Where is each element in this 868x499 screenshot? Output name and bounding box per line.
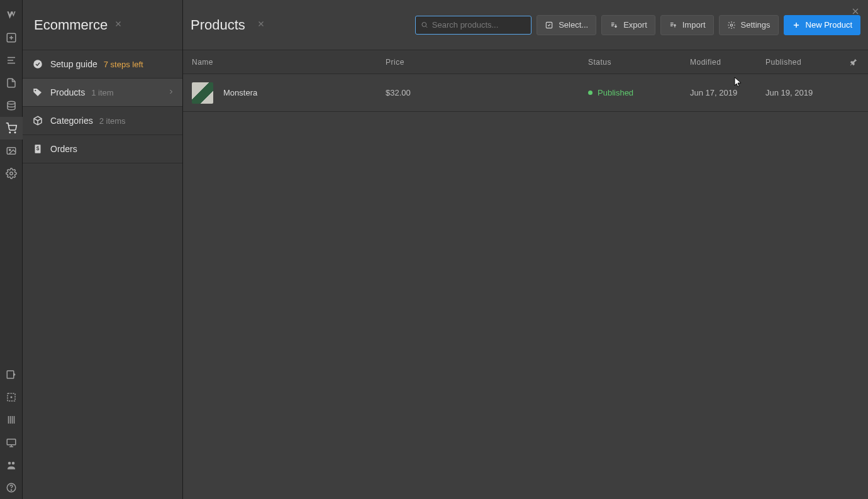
cms-icon[interactable] xyxy=(0,94,23,117)
import-icon xyxy=(669,21,677,30)
new-product-label: New Product xyxy=(806,20,852,30)
status-badge: Published xyxy=(588,88,690,97)
sidebar-item-products[interactable]: Products 1 item xyxy=(23,79,182,107)
column-modified[interactable]: Modified xyxy=(690,58,765,67)
cube-icon xyxy=(31,114,44,127)
check-circle-icon xyxy=(31,58,44,70)
sidebar-item-meta: 1 item xyxy=(91,88,113,97)
settings-button[interactable]: Settings xyxy=(719,15,779,35)
check-square-icon xyxy=(545,21,554,30)
column-published[interactable]: Published xyxy=(765,58,841,67)
svg-point-6 xyxy=(9,172,13,175)
video-icon[interactable] xyxy=(0,454,23,476)
close-main-icon[interactable] xyxy=(257,19,265,31)
gear-icon xyxy=(727,21,736,30)
sidebar-item-label: Categories xyxy=(50,116,93,126)
help-icon[interactable] xyxy=(0,476,23,499)
product-thumbnail xyxy=(192,82,213,104)
import-label: Import xyxy=(682,20,706,30)
main-panel: Products Select... Export Import Setting… xyxy=(183,0,868,499)
webflow-logo-icon[interactable] xyxy=(0,4,23,26)
chevron-right-icon xyxy=(167,88,175,97)
svg-point-21 xyxy=(730,24,733,26)
search-icon xyxy=(421,21,428,29)
svg-point-3 xyxy=(14,132,16,133)
svg-point-5 xyxy=(9,149,10,150)
main-title: Products xyxy=(191,17,245,33)
column-name[interactable]: Name xyxy=(183,58,386,67)
assets-icon[interactable] xyxy=(0,140,23,162)
svg-point-14 xyxy=(11,490,11,490)
grid-icon[interactable] xyxy=(0,409,23,431)
select-button[interactable]: Select... xyxy=(537,15,596,35)
xray-icon[interactable] xyxy=(0,386,23,409)
svg-point-15 xyxy=(33,60,42,69)
settings-icon[interactable] xyxy=(0,162,23,185)
new-product-button[interactable]: New Product xyxy=(784,15,860,35)
svg-point-12 xyxy=(11,462,14,465)
svg-point-11 xyxy=(8,462,11,465)
sidebar-item-orders[interactable]: $ Orders xyxy=(23,135,182,163)
pages-icon[interactable] xyxy=(0,72,23,94)
status-text: Published xyxy=(598,88,633,97)
product-price: $32.00 xyxy=(386,88,588,97)
settings-label: Settings xyxy=(741,20,771,30)
search-input[interactable] xyxy=(432,20,526,30)
column-status[interactable]: Status xyxy=(588,58,690,67)
navigator-icon[interactable] xyxy=(0,49,23,72)
product-row[interactable]: Monstera $32.00 Published Jun 17, 2019 J… xyxy=(183,74,868,112)
import-button[interactable]: Import xyxy=(660,15,714,35)
product-name: Monstera xyxy=(223,88,257,97)
product-modified: Jun 17, 2019 xyxy=(690,88,765,97)
table-header: Name Price Status Modified Published xyxy=(183,50,868,74)
svg-text:$: $ xyxy=(36,146,40,151)
svg-rect-10 xyxy=(7,439,16,445)
setup-guide-meta: 7 steps left xyxy=(104,60,143,69)
svg-rect-7 xyxy=(7,371,14,378)
export-icon xyxy=(609,21,618,30)
close-panel-button[interactable] xyxy=(850,6,860,18)
receipt-icon: $ xyxy=(31,143,44,155)
add-icon[interactable] xyxy=(0,26,23,49)
sidebar-title: Ecommerce xyxy=(34,17,108,33)
sidebar-item-label: Products xyxy=(50,87,85,97)
close-sidebar-icon[interactable] xyxy=(114,19,123,31)
breakpoints-icon[interactable] xyxy=(0,431,23,454)
ecommerce-sidebar: Ecommerce Setup guide 7 steps left Produ… xyxy=(23,0,183,499)
svg-point-16 xyxy=(35,90,36,91)
svg-point-19 xyxy=(422,23,426,27)
sidebar-item-meta: 2 items xyxy=(99,116,126,126)
svg-point-9 xyxy=(10,397,12,398)
preview-icon[interactable] xyxy=(0,363,23,386)
svg-point-2 xyxy=(9,132,11,133)
product-published: Jun 19, 2019 xyxy=(765,88,841,97)
pin-icon[interactable] xyxy=(841,58,866,67)
sidebar-header: Ecommerce xyxy=(23,0,182,50)
svg-point-1 xyxy=(8,101,15,104)
setup-guide-label: Setup guide xyxy=(50,59,97,69)
tag-icon xyxy=(31,86,44,99)
sidebar-item-label: Orders xyxy=(50,144,77,154)
sidebar-item-categories[interactable]: Categories 2 items xyxy=(23,107,182,135)
ecommerce-icon[interactable] xyxy=(0,117,23,140)
left-icon-rail xyxy=(0,0,23,499)
export-button[interactable]: Export xyxy=(601,15,655,35)
column-price[interactable]: Price xyxy=(386,58,588,67)
search-field[interactable] xyxy=(415,16,531,35)
setup-guide-row[interactable]: Setup guide 7 steps left xyxy=(23,50,182,79)
plus-icon xyxy=(792,21,801,30)
select-label: Select... xyxy=(559,20,588,30)
export-label: Export xyxy=(623,20,647,30)
status-dot-icon xyxy=(588,90,593,95)
main-header: Products Select... Export Import Setting… xyxy=(183,0,868,50)
